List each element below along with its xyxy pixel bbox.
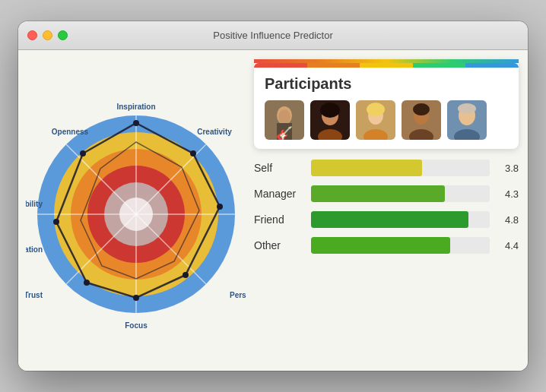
avatar-2[interactable] [310, 100, 350, 140]
svg-point-17 [190, 150, 196, 156]
radar-chart-area: Inspiration Creativity Openness Likeabil… [18, 50, 254, 371]
score-bar [311, 237, 450, 254]
svg-point-40 [413, 103, 430, 115]
svg-point-44 [458, 103, 476, 114]
right-panel: Participants 🎸 [254, 50, 528, 371]
window-content: Inspiration Creativity Openness Likeabil… [18, 50, 528, 371]
svg-point-18 [217, 204, 223, 210]
score-bar [311, 160, 422, 176]
score-label-manager: Manager [254, 188, 303, 200]
svg-point-21 [84, 280, 90, 286]
participants-title: Participants [265, 75, 508, 93]
score-value: 4.3 [497, 188, 519, 200]
avatar-5[interactable] [447, 100, 487, 140]
score-label-other: Other [254, 239, 303, 251]
svg-point-20 [133, 295, 139, 301]
score-value: 3.8 [497, 163, 519, 174]
traffic-lights [27, 30, 68, 40]
score-bar-container [311, 185, 490, 202]
score-bar-container [311, 237, 490, 254]
score-bar-container [311, 211, 490, 228]
score-bar [311, 211, 468, 228]
radar-label-focus: Focus [125, 321, 148, 330]
svg-text:🎸: 🎸 [276, 125, 294, 140]
maximize-button[interactable] [58, 30, 68, 40]
avatar-4[interactable] [402, 100, 441, 140]
window-title: Positive Influence Predictor [213, 30, 333, 41]
score-bar [311, 185, 445, 202]
svg-point-19 [183, 272, 189, 278]
score-row: Other4.4 [254, 237, 519, 254]
score-row: Self3.8 [254, 160, 519, 176]
radar-label-openness: Openness [52, 128, 89, 136]
svg-point-23 [80, 150, 86, 156]
radar-label-perspective: Perspective [230, 291, 246, 299]
radar-label-creativity: Creativity [197, 128, 232, 136]
score-value: 4.8 [497, 214, 519, 226]
svg-point-36 [367, 103, 385, 116]
svg-point-32 [320, 103, 340, 118]
radar-label-inspiration: Inspiration [116, 103, 155, 111]
scores-section: Self3.8Manager4.3Friend4.8Other4.4 [254, 149, 528, 260]
participants-avatars: 🎸 [265, 100, 508, 140]
svg-point-16 [133, 120, 139, 126]
score-bar-container [311, 160, 490, 176]
score-label-friend: Friend [254, 213, 303, 226]
score-label-self: Self [254, 162, 303, 174]
avatar-1[interactable]: 🎸 [265, 100, 304, 140]
score-row: Friend4.8 [254, 211, 519, 228]
radar-chart: Inspiration Creativity Openness Likeabil… [26, 55, 246, 366]
radar-label-consideration: Consideration [26, 245, 43, 254]
svg-point-26 [278, 109, 290, 125]
titlebar: Positive Influence Predictor [18, 21, 528, 50]
participants-card: Participants 🎸 [254, 59, 519, 149]
app-window: Positive Influence Predictor [18, 21, 528, 371]
score-value: 4.4 [497, 240, 519, 251]
score-row: Manager4.3 [254, 185, 519, 202]
minimize-button[interactable] [43, 30, 52, 40]
radar-label-trust: Trust [26, 291, 43, 299]
avatar-3[interactable] [356, 100, 395, 140]
close-button[interactable] [27, 30, 37, 40]
radar-label-likeability: Likeability [26, 200, 43, 208]
svg-point-22 [53, 219, 59, 225]
